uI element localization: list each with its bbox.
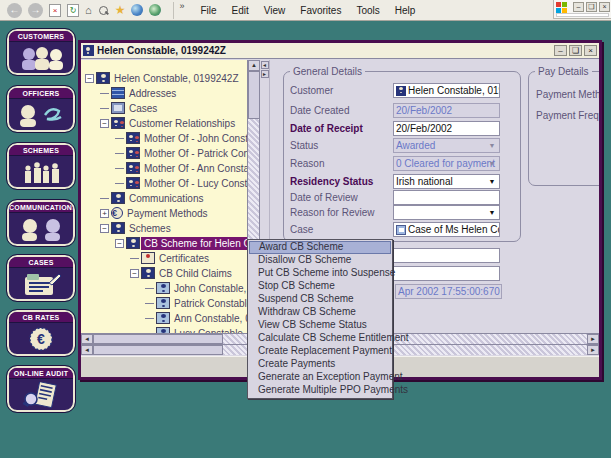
tree-row: −Customer Relationships <box>100 116 248 130</box>
sidebar-button-cases[interactable]: CASES <box>7 255 75 301</box>
context-menu-item-award-cb-scheme[interactable]: Award CB Scheme <box>249 241 391 254</box>
collapse-icon[interactable]: − <box>100 119 109 128</box>
scroll-right-icon[interactable]: ► <box>587 334 599 344</box>
tree-item[interactable]: Customer Relationships <box>126 117 238 130</box>
stop-icon[interactable]: × <box>49 4 61 17</box>
menubar-item-tools[interactable]: Tools <box>356 5 379 16</box>
tree-item[interactable]: Payment Methods <box>124 207 211 220</box>
collapse-icon[interactable]: − <box>130 269 139 278</box>
search-icon[interactable] <box>98 5 109 16</box>
favorites-icon[interactable]: ★ <box>115 3 126 17</box>
window-restore-button[interactable]: ❏ <box>569 45 582 56</box>
desktop-minimize-button[interactable]: – <box>573 2 584 12</box>
field-date-of-receipt[interactable]: 20/Feb/2002 <box>393 121 500 136</box>
tree-item[interactable]: Certificates <box>156 252 212 265</box>
collapse-icon[interactable]: − <box>115 239 124 248</box>
tree-item[interactable]: Patrick Constable, 020 <box>171 297 248 310</box>
tree-vscroll-thumb[interactable] <box>248 71 260 119</box>
label-status: Status <box>290 140 318 151</box>
web-globe-icon[interactable] <box>149 4 161 16</box>
scroll-left-icon[interactable]: ◄ <box>81 345 93 355</box>
history-globe-icon[interactable] <box>131 4 143 16</box>
expand-icon[interactable]: + <box>100 209 109 218</box>
tree-connector <box>115 147 124 154</box>
field-residency-status[interactable]: Irish national▼ <box>393 174 500 189</box>
scroll-up-icon[interactable]: ▲ <box>248 60 260 71</box>
collapse-icon[interactable]: − <box>100 224 109 233</box>
sidebar-button-cb-rates[interactable]: CB RATES€ <box>7 310 75 356</box>
svg-text:€: € <box>37 331 45 347</box>
field-customer[interactable]: Helen Constable, 0199242Z <box>393 83 500 98</box>
combo-dropdown-icon[interactable]: ▼ <box>486 176 498 187</box>
hscroll-thumb[interactable] <box>93 345 223 355</box>
field-reason-for-review[interactable]: ▼ <box>393 205 500 220</box>
tree-item[interactable]: Mother Of - Patrick Constable 020 <box>141 147 248 160</box>
splitter-right-icon[interactable]: ► <box>261 70 269 78</box>
field-date-of-review[interactable] <box>393 190 500 205</box>
tree-item[interactable]: Mother Of - Lucy Constable 0201 <box>141 177 248 190</box>
menubar-item-view[interactable]: View <box>264 5 286 16</box>
arrears-cut-off-field[interactable] <box>393 266 500 281</box>
hscroll-thumb[interactable] <box>93 334 223 344</box>
splitter-left-icon[interactable]: ◄ <box>261 61 269 69</box>
context-menu-item-generate-an-exception-payment[interactable]: Generate an Exception Payment <box>249 371 391 384</box>
value-date-of-receipt: 20/Feb/2002 <box>396 122 452 135</box>
context-menu-item-calculate-cb-scheme-entitlement[interactable]: Calculate CB Scheme Entitlement <box>249 332 391 345</box>
sidebar-button-officers[interactable]: OFFICERS <box>7 86 75 132</box>
context-menu-item-put-cb-scheme-into-suspense[interactable]: Put CB Scheme into Suspense <box>249 267 391 280</box>
tree-item[interactable]: Ann Constable, 02002 <box>171 312 248 325</box>
tree-item[interactable]: CB Child Claims <box>156 267 235 280</box>
menubar-item-edit[interactable]: Edit <box>232 5 249 16</box>
field-case[interactable]: Case of Ms Helen Constab... <box>393 222 500 237</box>
tree-item[interactable]: Schemes <box>126 222 174 235</box>
context-menu-item-view-cb-scheme-status[interactable]: View CB Scheme Status <box>249 319 391 332</box>
back-icon[interactable]: ← <box>7 3 22 18</box>
context-menu-item-suspend-cb-scheme[interactable]: Suspend CB Scheme <box>249 293 391 306</box>
window-minimize-button[interactable]: – <box>554 45 567 56</box>
context-menu-item-withdraw-cb-scheme[interactable]: Withdraw CB Scheme <box>249 306 391 319</box>
desktop-close-button[interactable]: × <box>599 2 610 12</box>
value-customer: Helen Constable, 0199242Z <box>408 84 500 97</box>
home-icon[interactable]: ⌂ <box>85 4 92 17</box>
tree-item[interactable]: Addresses <box>126 87 179 100</box>
combo-dropdown-icon: ▼ <box>486 158 498 169</box>
context-menu-item-disallow-cb-scheme[interactable]: Disallow CB Scheme <box>249 254 391 267</box>
menubar-item-favorites[interactable]: Favorites <box>300 5 341 16</box>
menubar-item-file[interactable]: File <box>200 5 216 16</box>
payment-frequency-label: Payment Frequency <box>536 110 599 121</box>
scroll-right-icon[interactable]: ► <box>587 345 599 355</box>
window-titlebar: Helen Constable, 0199242Z –❏× <box>81 43 599 59</box>
sidebar-button-customers[interactable]: CUSTOMERS <box>7 29 75 75</box>
tree-row: John Constable, 02000 <box>145 281 248 295</box>
sidebar-button-communications[interactable]: COMMUNICATIONS <box>7 200 75 246</box>
tree-item[interactable]: Communications <box>126 192 206 205</box>
label-customer: Customer <box>290 85 333 96</box>
tree-item[interactable]: Cases <box>126 102 160 115</box>
forward-icon[interactable]: → <box>28 3 43 18</box>
tree-item[interactable]: Mother Of - Ann Constable 02002 <box>141 162 248 175</box>
desktop-restore-button[interactable]: ❏ <box>586 2 597 12</box>
window-icon <box>83 45 94 56</box>
tree-item-selected[interactable]: CB Scheme for Helen Constable <box>141 237 248 250</box>
collapse-icon[interactable]: − <box>85 74 94 83</box>
window-close-button[interactable]: × <box>584 45 597 56</box>
tree-node-person-icon <box>111 192 125 204</box>
context-menu-item-stop-cb-scheme[interactable]: Stop CB Scheme <box>249 280 391 293</box>
combo-dropdown-icon[interactable]: ▼ <box>486 207 498 218</box>
communications-icon <box>9 213 73 244</box>
tree-connector <box>100 87 109 94</box>
menubar-item-help[interactable]: Help <box>395 5 416 16</box>
scroll-left-icon[interactable]: ◄ <box>81 334 93 344</box>
tree-item[interactable]: Mother Of - John Constable 0200 <box>141 132 248 145</box>
context-menu-item-create-payments[interactable]: Create Payments <box>249 358 391 371</box>
tree-row: Mother Of - John Constable 0200 <box>115 131 248 145</box>
context-menu-item-create-replacement-payment[interactable]: Create Replacement Payment <box>249 345 391 358</box>
refresh-icon[interactable]: ↻ <box>67 4 79 17</box>
tree-item[interactable]: Helen Constable, 0199242Z <box>111 72 242 85</box>
officer-field[interactable] <box>393 248 500 263</box>
tree-item[interactable]: John Constable, 02000 <box>171 282 248 295</box>
sidebar-button-schemes[interactable]: SCHEMES <box>7 143 75 189</box>
sidebar-button-online-audit[interactable]: ON-LINE AUDIT <box>7 366 75 412</box>
context-menu-item-generate-multiple-ppo-payments[interactable]: Generate Multiple PPO Payments <box>249 384 391 397</box>
toolbar-overflow-chevron[interactable]: » <box>179 1 184 11</box>
